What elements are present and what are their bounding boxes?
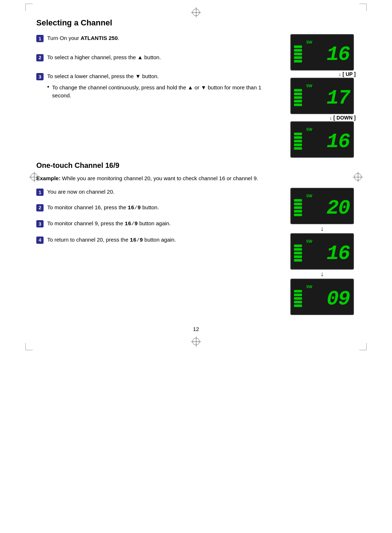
- battery-bar: [294, 259, 302, 262]
- bullet-icon: •: [47, 84, 49, 90]
- battery-bar: [294, 140, 302, 142]
- lcd-right-3: 5W 16: [302, 127, 350, 152]
- brand-name: ATLANTIS 250: [81, 35, 118, 41]
- lcd-5w-label: 5W: [306, 194, 313, 198]
- corner-tl: [25, 4, 33, 11]
- battery-bar: [294, 49, 302, 52]
- step-text-1: Turn On your ATLANTIS 250.: [47, 34, 119, 43]
- battery-bars-5: [294, 245, 302, 262]
- lcd-channel-number: 17: [327, 88, 350, 108]
- arrow-down-1: ↓: [320, 225, 324, 233]
- crosshair-right: [353, 172, 363, 182]
- battery-bars-2: [294, 89, 302, 106]
- battery-bar: [294, 104, 302, 106]
- battery-bar: [294, 301, 302, 303]
- battery-bar: [294, 93, 302, 95]
- selecting-section: 1 Turn On your ATLANTIS 250. 2 To select…: [36, 34, 356, 158]
- example-text: Example: While you are monitoring channe…: [36, 174, 356, 183]
- step-badge-1: 1: [36, 35, 44, 42]
- ot-step-badge-3: 3: [36, 220, 44, 227]
- battery-bar: [294, 56, 302, 59]
- selecting-left: 1 Turn On your ATLANTIS 250. 2 To select…: [36, 34, 281, 158]
- lcd-channel-number: 09: [327, 289, 350, 309]
- battery-bar: [294, 89, 302, 92]
- lcd-display-20: 5W 20: [290, 188, 354, 224]
- step1-post: .: [118, 35, 119, 41]
- page: Selecting a Channel 1 Turn On your ATLAN…: [22, 0, 370, 354]
- ot-step-text-4: To return to channel 20, press the 16⁄9 …: [47, 236, 176, 245]
- step-row-1: 1 Turn On your ATLANTIS 250.: [36, 34, 281, 43]
- lcd-right-2: 5W 17: [302, 84, 350, 108]
- ot-step-badge-2: 2: [36, 204, 44, 211]
- ot-step-row-4: 4 To return to channel 20, press the 16⁄…: [36, 236, 281, 245]
- lcd-channel-number: 20: [327, 198, 350, 218]
- battery-bar: [294, 45, 302, 48]
- lcd-5w-label: 5W: [306, 40, 313, 44]
- lcd-display-09: 5W 09: [290, 279, 354, 315]
- lcd-channel-number: 16: [327, 243, 350, 264]
- ot-step-row-2: 2 To monitor channel 16, press the 16⁄9 …: [36, 203, 281, 213]
- battery-bars-6: [294, 290, 302, 307]
- battery-bar: [294, 100, 302, 102]
- lcd-display-16a: 5W 16: [290, 34, 354, 70]
- corner-br: [359, 343, 367, 350]
- ot-step-row-1: 1 You are now on channel 20.: [36, 188, 281, 196]
- battery-bar: [294, 304, 302, 307]
- battery-bar: [294, 210, 302, 213]
- lcd-channel-number: 16: [327, 44, 350, 65]
- ot-step-text-3: To monitor channel 9, press the 16⁄9 but…: [47, 219, 171, 229]
- battery-bar: [294, 203, 302, 205]
- battery-bar: [294, 214, 302, 216]
- example-body: While you are monitoring channel 20, you…: [61, 175, 258, 181]
- lcd-display-16c: 5W 16: [290, 233, 354, 270]
- battery-bar: [294, 252, 302, 254]
- step-text-3: To select a lower channel, press the ▼ b…: [47, 72, 159, 81]
- battery-bar: [294, 96, 302, 99]
- step-row-3: 3 To select a lower channel, press the ▼…: [36, 72, 281, 81]
- lcd-display-16b: 5W 16: [290, 121, 354, 158]
- arrow-up-label: ↓ [ UP ]: [339, 71, 356, 77]
- selecting-right: 5W 16 ↓ [ UP ] 5W 17: [289, 34, 356, 158]
- example-label: Example:: [36, 175, 61, 181]
- crosshair-bottom: [191, 336, 201, 347]
- lcd-channel-number: 16: [327, 132, 350, 152]
- bullet-row: • To change the channel continuously, pr…: [47, 84, 281, 100]
- battery-bar: [294, 297, 302, 300]
- lcd-5w-label: 5W: [306, 127, 313, 132]
- onetouch-section: 1 You are now on channel 20. 2 To monito…: [36, 188, 356, 315]
- onetouch-right: 5W 20 ↓ 5W 16: [289, 188, 356, 315]
- ot-step-text-1: You are now on channel 20.: [47, 188, 114, 196]
- lcd-right-4: 5W 20: [302, 194, 350, 218]
- battery-bar: [294, 60, 302, 62]
- battery-bar: [294, 255, 302, 258]
- bullet-text: To change the channel continuously, pres…: [52, 84, 281, 100]
- battery-bar: [294, 147, 302, 150]
- lcd-5w-label: 5W: [306, 284, 313, 289]
- ot-step-row-3: 3 To monitor channel 9, press the 16⁄9 b…: [36, 219, 281, 229]
- arrow-down-label: ↓ [ DOWN ]: [330, 115, 356, 121]
- battery-bar: [294, 290, 302, 292]
- corner-tr: [359, 4, 367, 11]
- arrow-down-2: ↓: [320, 270, 324, 278]
- lcd-right-6: 5W 09: [302, 284, 350, 309]
- battery-bar: [294, 144, 302, 146]
- lcd-right-5: 5W 16: [302, 239, 350, 264]
- lcd-5w-label: 5W: [306, 84, 313, 88]
- battery-bars-1: [294, 45, 302, 62]
- page-number: 12: [36, 326, 356, 332]
- lcd-5w-label: 5W: [306, 239, 313, 243]
- battery-bar: [294, 294, 302, 296]
- battery-bar: [294, 245, 302, 247]
- step-text-2: To select a higher channel, press the ▲ …: [47, 53, 161, 62]
- crosshair-left: [29, 172, 39, 182]
- lcd-display-17: 5W 17: [290, 78, 354, 114]
- ot-step-badge-1: 1: [36, 189, 44, 196]
- battery-bar: [294, 133, 302, 135]
- battery-bar: [294, 199, 302, 202]
- battery-bar: [294, 136, 302, 139]
- lcd-right-1: 5W 16: [302, 40, 350, 65]
- step-badge-3: 3: [36, 73, 44, 80]
- step-badge-2: 2: [36, 54, 44, 61]
- battery-bar: [294, 206, 302, 209]
- battery-bar: [294, 248, 302, 251]
